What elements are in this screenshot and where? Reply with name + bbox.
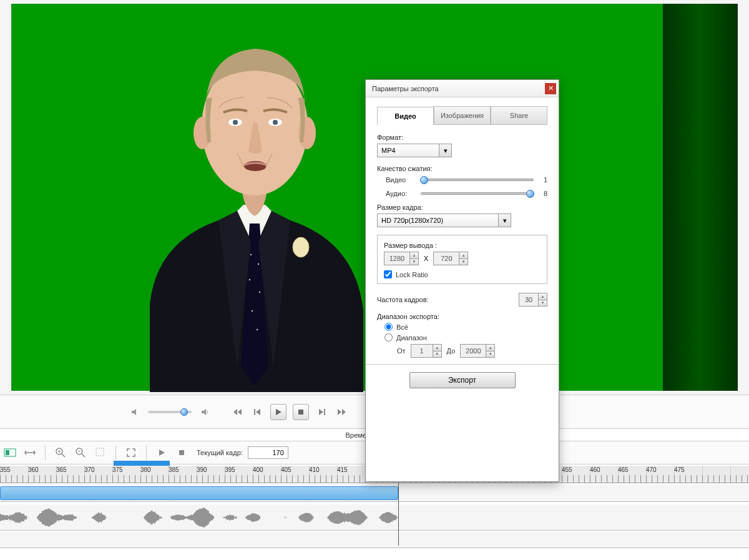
tab-share[interactable]: Share	[491, 106, 547, 124]
audio-quality-value: 8	[539, 190, 547, 197]
audio-clip[interactable]	[0, 506, 398, 529]
lock-ratio-row[interactable]: Lock Ratio	[384, 270, 541, 278]
zoom-in-icon[interactable]	[53, 445, 68, 460]
fps-label: Частота кадров:	[377, 296, 429, 303]
video-quality-value: 1	[539, 176, 547, 184]
output-height-spinner[interactable]: ▲▼	[433, 252, 468, 265]
dialog-title: Параметры экспорта	[372, 85, 439, 92]
output-size-label: Размер вывода :	[384, 242, 541, 249]
range-to-label: До	[447, 347, 456, 355]
fast-forward-button[interactable]	[335, 405, 349, 419]
svg-point-11	[233, 120, 238, 125]
chevron-down-icon: ▾	[439, 144, 451, 157]
prev-frame-button[interactable]	[250, 405, 264, 419]
svg-rect-30	[179, 450, 184, 455]
svg-point-5	[257, 329, 258, 330]
timeline-stop-icon[interactable]	[174, 445, 189, 460]
svg-point-0	[250, 254, 252, 255]
output-height-input[interactable]	[434, 255, 459, 262]
volume-slider[interactable]	[148, 411, 192, 413]
range-to-spinner[interactable]: ▲▼	[460, 344, 495, 358]
svg-rect-21	[6, 450, 9, 455]
zoom-out-icon[interactable]	[73, 445, 88, 460]
output-size-group: Размер вывода : ▲▼ X ▲▼ Lock Ratio	[377, 235, 547, 284]
close-icon[interactable]: ✕	[545, 83, 556, 94]
frame-size-label: Размер кадра:	[377, 204, 547, 211]
range-range-label: Диапазон	[396, 334, 427, 341]
svg-point-2	[249, 279, 250, 280]
range-range-row[interactable]: Диапазон	[384, 333, 547, 341]
audio-quality-slider[interactable]	[421, 192, 534, 195]
compression-label: Качество сжатия:	[377, 165, 547, 172]
lock-ratio-label: Lock Ratio	[396, 271, 428, 278]
rewind-button[interactable]	[230, 405, 244, 419]
video-quality-label: Видео	[386, 176, 416, 184]
range-all-label: Всё	[396, 323, 408, 331]
fps-spinner[interactable]: ▲▼	[519, 293, 547, 307]
dialog-titlebar[interactable]: Параметры экспорта ✕	[366, 80, 559, 97]
volume-mute-icon[interactable]	[128, 405, 142, 419]
range-to-input[interactable]	[461, 347, 486, 355]
svg-point-1	[258, 263, 259, 265]
timeline-play-icon[interactable]	[154, 445, 169, 460]
next-frame-button[interactable]	[315, 405, 329, 419]
range-from-input[interactable]	[411, 347, 433, 355]
video-quality-slider[interactable]	[421, 179, 534, 181]
audio-quality-label: Аудио:	[386, 190, 416, 197]
svg-rect-29	[96, 448, 104, 456]
waveform-icon	[0, 506, 398, 529]
fit-width-icon[interactable]	[22, 445, 37, 460]
playhead-line	[398, 483, 399, 546]
display-mode-icon[interactable]	[2, 445, 17, 460]
video-clip[interactable]	[0, 486, 398, 500]
svg-line-23	[62, 454, 65, 457]
format-select[interactable]: MP4 ▾	[377, 144, 452, 157]
svg-rect-16	[298, 410, 303, 415]
svg-point-13	[273, 120, 278, 125]
export-button[interactable]: Экспорт	[409, 372, 516, 388]
range-from-label: От	[397, 347, 406, 355]
dialog-tabs: Видео Изображения Share	[377, 106, 547, 125]
preview-right-strip	[663, 4, 738, 391]
current-frame-label: Текущий кадр:	[197, 449, 243, 456]
range-from-spinner[interactable]: ▲▼	[411, 344, 442, 358]
empty-track[interactable]	[0, 532, 749, 548]
video-track[interactable]	[0, 484, 749, 502]
zoom-selection-icon[interactable]	[93, 445, 108, 460]
svg-rect-15	[254, 409, 255, 415]
output-width-spinner[interactable]: ▲▼	[384, 252, 419, 265]
fullscreen-icon[interactable]	[124, 445, 139, 460]
tab-video[interactable]: Видео	[377, 107, 434, 125]
export-dialog: Параметры экспорта ✕ Видео Изображения S…	[365, 79, 559, 482]
fps-input[interactable]	[519, 296, 538, 303]
output-width-input[interactable]	[384, 255, 409, 262]
lock-ratio-checkbox[interactable]	[384, 270, 392, 278]
play-button[interactable]	[270, 404, 286, 420]
range-range-radio[interactable]	[384, 333, 393, 341]
range-all-radio[interactable]	[384, 323, 393, 331]
range-all-row[interactable]: Всё	[384, 323, 547, 331]
svg-point-6	[293, 237, 309, 257]
svg-point-4	[252, 310, 253, 312]
stop-button[interactable]	[293, 404, 309, 420]
export-range-label: Диапазон экспорта:	[377, 313, 547, 320]
format-label: Формат:	[377, 134, 547, 141]
frame-size-select[interactable]: HD 720p(1280x720) ▾	[377, 214, 511, 227]
svg-rect-17	[324, 409, 325, 415]
format-value: MP4	[381, 147, 396, 154]
playhead-marker[interactable]	[114, 461, 170, 466]
frame-size-value: HD 720p(1280x720)	[381, 217, 443, 224]
chevron-down-icon: ▾	[498, 214, 511, 227]
volume-icon[interactable]	[198, 405, 212, 419]
tab-image[interactable]: Изображения	[434, 106, 491, 124]
svg-point-3	[259, 292, 260, 293]
svg-line-27	[82, 454, 85, 457]
video-subject-person	[144, 17, 365, 392]
current-frame-input[interactable]	[248, 446, 288, 459]
audio-track[interactable]	[0, 504, 749, 531]
output-x-label: X	[424, 255, 428, 262]
